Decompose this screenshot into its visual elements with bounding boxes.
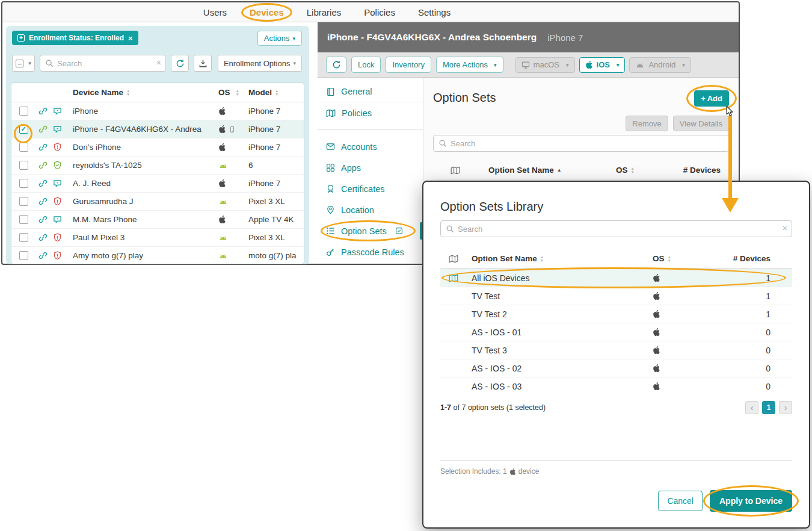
actions-button[interactable]: Actions▾: [257, 31, 302, 46]
sidebar-item-option-sets[interactable]: Option Sets: [318, 220, 423, 241]
row-checkbox[interactable]: [19, 233, 28, 242]
detail-refresh-button[interactable]: [326, 57, 346, 73]
option-set-row[interactable]: TV Test 3 0: [440, 341, 792, 359]
selection-note: Selection Includes: 1 device: [440, 467, 539, 476]
add-button[interactable]: +Add: [694, 90, 729, 107]
next-page-button[interactable]: ›: [779, 401, 792, 414]
option-set-row[interactable]: TV Test 1: [440, 287, 792, 305]
remove-button[interactable]: Remove: [626, 116, 668, 131]
sort-icon: ▲▼: [236, 89, 239, 96]
current-page-button[interactable]: 1: [762, 401, 775, 414]
row-checkbox[interactable]: [19, 197, 28, 206]
location-pin-icon: [326, 205, 335, 214]
row-checkbox[interactable]: [19, 107, 28, 116]
row-checkbox[interactable]: [19, 143, 28, 152]
tab-policies[interactable]: Policies: [364, 7, 395, 17]
view-details-button[interactable]: View Details: [673, 116, 729, 131]
select-all-control[interactable]: – ▾: [12, 55, 35, 72]
row-checkbox[interactable]: [19, 215, 28, 224]
col-model[interactable]: Model▲▼: [248, 88, 304, 97]
device-list-toolbar: – ▾ × Enrollment Options▾: [12, 55, 302, 72]
device-row[interactable]: Paul M Pixel 3 Pixel 3 XL: [11, 229, 304, 247]
macos-toggle[interactable]: macOS▾: [515, 57, 575, 73]
device-model: 6: [248, 161, 304, 170]
lock-button[interactable]: Lock: [351, 57, 381, 73]
export-button[interactable]: [194, 55, 212, 72]
col-option-set-name[interactable]: Option Set Name▲▼: [467, 254, 648, 263]
sidebar-item-policies[interactable]: Policies: [318, 102, 423, 123]
device-count: 1: [726, 273, 792, 283]
modal-pagination: 1-7 of 7 option sets (1 selected) ‹ 1 ›: [440, 400, 792, 415]
col-device-name[interactable]: Device Name▲▼: [64, 88, 216, 97]
row-checkbox[interactable]: [19, 179, 28, 188]
tab-settings[interactable]: Settings: [418, 7, 451, 17]
col-option-set-name[interactable]: Option Set Name▲: [478, 166, 611, 175]
apple-os-icon: [653, 310, 660, 318]
clear-search-icon[interactable]: ×: [783, 223, 787, 233]
tab-users[interactable]: Users: [203, 7, 227, 17]
apple-os-icon: [653, 328, 660, 336]
col-os[interactable]: OS▲▼: [611, 166, 677, 175]
option-set-row[interactable]: AS - IOS - 03 0: [440, 377, 792, 395]
device-name: reynolds's TA-1025: [64, 161, 216, 170]
col-devices: # Devices: [726, 254, 792, 263]
prev-page-button[interactable]: ‹: [745, 401, 758, 414]
device-name: Don’s iPhone: [64, 143, 216, 152]
more-actions-dropdown[interactable]: More Actions▾: [436, 57, 503, 73]
option-set-row[interactable]: AS - IOS - 01 0: [440, 323, 792, 341]
enrollment-options-dropdown[interactable]: Enrollment Options▾: [218, 55, 302, 72]
device-row[interactable]: Don’s iPhone iPhone 7: [11, 138, 304, 157]
certificate-icon: [326, 184, 335, 193]
ios-toggle[interactable]: iOS▾: [579, 57, 626, 73]
link-icon: [38, 143, 48, 152]
clear-search-icon[interactable]: ×: [156, 58, 161, 67]
apple-os-icon: [218, 125, 226, 133]
device-row[interactable]: Amy moto g(7) play moto g(7) pla: [11, 247, 304, 264]
sidebar-item-accounts[interactable]: Accounts: [318, 136, 423, 157]
supervised-icon: [229, 126, 236, 133]
device-row[interactable]: A. J. Reed iPhone 7: [11, 175, 304, 193]
sidebar-item-passcode-rules[interactable]: Passcode Rules: [318, 241, 423, 262]
col-os[interactable]: OS▲▼: [216, 88, 248, 97]
device-model: iPhone 7: [248, 179, 304, 188]
sidebar-item-apps[interactable]: Apps: [318, 157, 423, 178]
device-row[interactable]: iPhone iPhone 7: [11, 102, 304, 120]
device-search-input[interactable]: [40, 55, 165, 71]
apply-to-device-button[interactable]: Apply to Device: [710, 490, 792, 512]
alert-shield-icon: [53, 143, 62, 152]
inventory-button[interactable]: Inventory: [386, 57, 431, 73]
alert-shield-icon: [53, 233, 62, 242]
option-set-row[interactable]: AS - IOS - 02 0: [440, 359, 792, 377]
row-checkbox-checked[interactable]: ✓: [19, 125, 28, 134]
sidebar-item-location[interactable]: Location: [318, 199, 423, 220]
device-row[interactable]: Gurusamrudha J Pixel 3 XL: [11, 193, 304, 211]
map-icon: [449, 274, 458, 282]
sidebar-item-certificates[interactable]: Certificates: [318, 178, 423, 199]
filter-remove-icon[interactable]: ×: [128, 34, 133, 43]
android-os-icon: [218, 198, 228, 205]
sidebar-item-general[interactable]: General: [318, 81, 423, 102]
device-row[interactable]: reynolds's TA-1025 6: [11, 157, 304, 175]
apple-os-icon: [653, 382, 660, 390]
device-row[interactable]: M.M. Mars Phone Apple TV 4K: [11, 211, 304, 229]
row-checkbox[interactable]: [19, 251, 28, 260]
modal-search-input[interactable]: [441, 221, 792, 237]
row-checkbox[interactable]: [19, 161, 28, 170]
link-icon: [38, 179, 48, 188]
col-os[interactable]: OS▲▼: [648, 254, 726, 263]
device-name: iPhone: [64, 107, 216, 116]
android-os-icon: [218, 162, 228, 169]
tab-libraries[interactable]: Libraries: [307, 7, 342, 17]
modal-search: ×: [440, 220, 792, 237]
filter-chip[interactable]: + Enrollment Status: Enrolled ×: [12, 31, 138, 45]
option-set-row[interactable]: TV Test 2 1: [440, 305, 792, 323]
tab-devices[interactable]: Devices: [250, 7, 284, 17]
android-toggle[interactable]: Android▾: [629, 57, 691, 73]
option-set-row-selected[interactable]: All iOS Devices 1: [440, 269, 792, 287]
apple-os-icon: [653, 346, 660, 354]
device-row-selected[interactable]: ✓ iPhone - F4GV4A6KHG6X - Andrea iPhone …: [11, 120, 304, 138]
refresh-button[interactable]: [171, 55, 189, 72]
device-name: Gurusamrudha J: [64, 197, 216, 206]
cancel-button[interactable]: Cancel: [658, 491, 703, 511]
option-sets-search-input[interactable]: [434, 135, 728, 151]
